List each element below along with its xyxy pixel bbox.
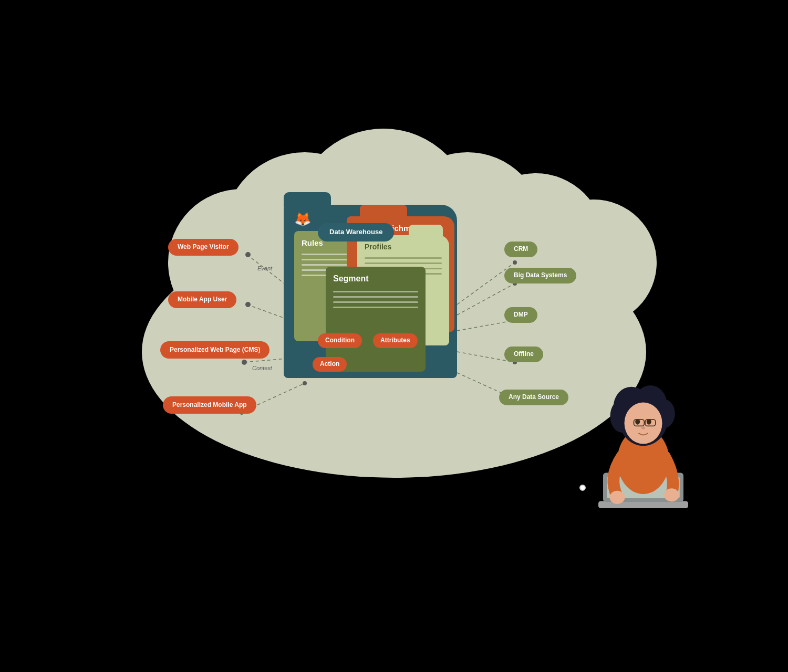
segment-title: Segment [333, 274, 418, 284]
profiles-line1 [365, 257, 442, 259]
action-badge: Action [313, 357, 347, 372]
laptop-dot [579, 485, 586, 491]
svg-point-28 [245, 302, 251, 307]
big-data-badge: Big Data Systems [504, 268, 576, 284]
segment-card: Segment [326, 267, 426, 372]
svg-point-49 [664, 488, 679, 501]
enrichment-tab [360, 205, 407, 218]
person-illustration [594, 362, 688, 541]
profiles-line2 [365, 262, 442, 264]
web-page-visitor-badge: Web Page Visitor [168, 239, 239, 256]
diagram-scene: 🦊 Rules Enrichment Profiles [79, 100, 709, 572]
segment-line2 [333, 296, 418, 298]
offline-badge: Offline [504, 346, 543, 362]
profiles-tab [409, 225, 443, 237]
svg-point-22 [513, 260, 517, 265]
fox-icon: 🦊 [294, 211, 311, 227]
segment-line1 [333, 291, 418, 292]
svg-point-44 [641, 426, 645, 429]
event-label: Event [257, 265, 272, 271]
personalized-mobile-badge: Personalized Mobile App [163, 396, 256, 414]
context-label: Context [252, 365, 272, 371]
svg-point-20 [303, 381, 307, 385]
dmp-badge: DMP [504, 307, 537, 323]
svg-point-6 [531, 200, 657, 326]
svg-point-29 [242, 360, 247, 365]
svg-point-41 [625, 402, 662, 444]
crm-badge: CRM [504, 242, 537, 257]
segment-line3 [333, 301, 418, 303]
personalized-web-badge: Personalized Web Page (CMS) [160, 341, 269, 359]
folder-tab [284, 192, 331, 207]
svg-point-48 [610, 491, 625, 504]
svg-rect-31 [598, 501, 688, 509]
svg-point-27 [245, 252, 251, 257]
personalized-web-label: Personalized Web Page (CMS) [170, 346, 260, 353]
condition-badge: Condition [318, 333, 362, 348]
attributes-badge: Attributes [373, 333, 418, 348]
segment-line4 [333, 307, 418, 308]
any-data-source-badge: Any Data Source [499, 390, 568, 405]
personalized-mobile-label: Personalized Mobile App [172, 401, 247, 408]
profiles-title: Profiles [365, 243, 442, 251]
data-warehouse-badge: Data Warehouse [318, 223, 394, 242]
mobile-app-user-badge: Mobile App User [168, 291, 236, 308]
